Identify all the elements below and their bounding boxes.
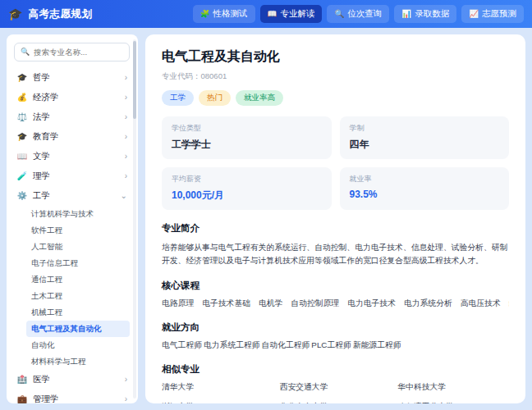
tag-badge: 就业率高 — [236, 90, 283, 106]
course-item: 电力电子技术 — [347, 298, 396, 309]
university-item[interactable]: 西安交通大学 — [280, 382, 392, 393]
sidebar-major-item[interactable]: 自动化 — [26, 337, 130, 353]
sidebar-major-item[interactable]: 计算机科学与技术 — [26, 206, 130, 222]
section-title: 就业方向 — [162, 321, 509, 334]
intro-text: 培养能够从事与电气工程有关的系统运行、自动控制、电力电子技术、信息处理、试验分析… — [162, 241, 509, 267]
sidebar-major-item[interactable]: 土木工程 — [26, 288, 130, 304]
info-card: 学制 四年 — [340, 116, 510, 159]
info-card: 学位类型 工学学士 — [162, 116, 332, 159]
sidebar-category[interactable]: 🎓 哲学 › — [14, 68, 130, 88]
info-card-label: 学位类型 — [172, 123, 322, 134]
category-label: 法学 — [33, 112, 120, 123]
sidebar-major-item[interactable]: 通信工程 — [26, 271, 130, 288]
sidebar-category-engineering[interactable]: ⚙️ 工学 ⌄ — [14, 186, 130, 206]
nav-tab-label: 录取数据 — [415, 8, 449, 20]
tag-badge: 热门 — [199, 90, 231, 106]
sidebar-category[interactable]: 🧪 理学 › — [14, 166, 130, 186]
course-item: 电力系统分析 — [404, 298, 452, 309]
sidebar-category[interactable]: 🏥 医学 › — [14, 370, 130, 390]
nav-tab[interactable]: 📖 专业解读 — [260, 5, 323, 23]
info-card-value: 93.5% — [350, 189, 500, 200]
sidebar-major-item[interactable]: 电子信息工程 — [26, 255, 130, 271]
app-header: 🎓 高考志愿规划 🧩 性格测试 📖 专业解读 🔍 位次查询 📊 录取数据 — [0, 0, 532, 28]
info-card-value: 10,000元/月 — [172, 189, 322, 203]
nav-tab-icon: 🧩 — [200, 10, 210, 18]
search-input[interactable] — [34, 48, 123, 57]
nav-tab-icon: 📊 — [401, 10, 411, 18]
career-item: 电力系统工程师 — [204, 340, 260, 351]
info-card-label: 就业率 — [350, 174, 500, 184]
category-icon: 🎓 — [16, 74, 28, 82]
nav-tab-label: 志愿预测 — [482, 8, 516, 20]
sidebar-category[interactable]: 📖 文学 › — [14, 147, 130, 166]
course-item: 自动控制原理 — [291, 298, 339, 309]
nav-tab[interactable]: 🧩 性格测试 — [193, 5, 255, 23]
sidebar-major-item[interactable]: 材料科学与工程 — [26, 353, 130, 370]
university-item[interactable]: 华北电力大学 — [280, 402, 392, 403]
chevron-right-icon: › — [125, 74, 127, 82]
course-item: 电子技术基础 — [202, 298, 250, 309]
info-card-grid: 学位类型 工学学士 学制 四年 平均薪资 10,000元/月 就业率 93.5% — [162, 116, 509, 210]
chevron-right-icon: › — [125, 153, 127, 161]
category-list-top: 🎓 哲学 › 💰 经济学 › ⚖️ 法学 › 🎓 — [14, 68, 130, 186]
nav-tab-icon: 🔍 — [334, 10, 344, 18]
section-title: 相似专业 — [162, 363, 509, 376]
nav-tabs: 🧩 性格测试 📖 专业解读 🔍 位次查询 📊 录取数据 📈 志愿预测 — [193, 5, 524, 23]
sidebar-category[interactable]: 💰 经济学 › — [14, 88, 130, 107]
sidebar-category[interactable]: 🎓 教育学 › — [14, 127, 130, 147]
major-code: 专业代码：080601 — [162, 71, 509, 82]
nav-tab-label: 位次查询 — [347, 8, 382, 20]
info-card-label: 学制 — [350, 123, 500, 134]
nav-tab[interactable]: 📊 录取数据 — [394, 5, 456, 23]
career-list: 电气工程师 电力系统工程师 自动化工程师 PLC工程师 新能源工程师 — [162, 340, 509, 351]
course-list: 电路原理 电子技术基础 电机学 自动控制原理 电力电子技术 电力系统分析 高电压… — [162, 298, 509, 309]
category-list-bottom: 🏥 医学 › 💼 管理学 › — [14, 370, 130, 403]
category-icon: 💰 — [16, 93, 28, 102]
nav-tab[interactable]: 📈 志愿预测 — [461, 5, 524, 23]
category-label: 教育学 — [33, 131, 120, 143]
major-detail-panel: 电气工程及其自动化 专业代码：080601 工学 热门 就业率高 学位类型 工学… — [145, 34, 525, 403]
app-title: 高考志愿规划 — [28, 7, 92, 21]
search-box: 🔍 — [14, 43, 130, 61]
sidebar-major-item[interactable]: 电气工程及其自动化 — [26, 321, 130, 337]
career-item: 电气工程师 — [162, 340, 202, 351]
chevron-right-icon: › — [125, 395, 127, 403]
chevron-right-icon: › — [125, 172, 127, 180]
career-item: PLC工程师 — [311, 340, 351, 351]
tag-list: 工学 热门 就业率高 — [162, 90, 509, 106]
sidebar-scrollbar-thumb[interactable] — [133, 41, 136, 119]
sidebar-category[interactable]: ⚖️ 法学 › — [14, 107, 130, 127]
sidebar-major-item[interactable]: 人工智能 — [26, 239, 130, 255]
category-label: 管理学 — [33, 394, 120, 403]
page-title: 电气工程及其自动化 — [162, 48, 509, 66]
category-label: 工学 — [33, 190, 116, 202]
chevron-right-icon: › — [125, 93, 127, 102]
university-item[interactable]: 清华大学 — [162, 382, 273, 393]
nav-tab[interactable]: 🔍 位次查询 — [327, 5, 389, 23]
sidebar-scrollbar[interactable] — [133, 39, 136, 399]
info-card: 平均薪资 10,000元/月 — [162, 167, 332, 210]
chevron-down-icon: ⌄ — [121, 192, 127, 200]
sidebar-category[interactable]: 💼 管理学 › — [14, 390, 130, 403]
section-title: 核心课程 — [162, 280, 509, 292]
university-item[interactable]: 哈尔滨工业大学 — [397, 402, 509, 403]
career-item: 自动化工程师 — [262, 340, 310, 351]
course-item: 电机学 — [259, 298, 282, 309]
tag-badge: 工学 — [162, 90, 194, 106]
engineering-major-list: 计算机科学与技术 软件工程 人工智能 电子信息工程 通信工程 土木工程 机械工程… — [14, 206, 130, 370]
university-item[interactable]: 华中科技大学 — [397, 382, 509, 393]
category-label: 文学 — [33, 151, 120, 162]
main-layout: 🔍 🎓 哲学 › 💰 经济学 › ⚖️ 法学 — [0, 28, 532, 410]
category-label: 经济学 — [33, 92, 120, 103]
chevron-right-icon: › — [125, 376, 127, 384]
sidebar-major-item[interactable]: 软件工程 — [26, 222, 130, 239]
info-card-value: 四年 — [350, 138, 500, 152]
section-courses: 核心课程 电路原理 电子技术基础 电机学 自动控制原理 电力电子技术 电力系统分… — [162, 280, 509, 309]
university-list: 清华大学 西安交通大学 华中科技大学 浙江大学 华北电力大学 哈尔滨工业大学 — [162, 382, 509, 403]
category-sidebar: 🔍 🎓 哲学 › 💰 经济学 › ⚖️ 法学 — [7, 34, 138, 403]
university-item[interactable]: 浙江大学 — [162, 402, 273, 403]
search-icon: 🔍 — [21, 48, 30, 56]
category-icon: 🧪 — [16, 172, 28, 180]
nav-tab-icon: 📖 — [268, 10, 277, 18]
sidebar-major-item[interactable]: 机械工程 — [26, 304, 130, 321]
